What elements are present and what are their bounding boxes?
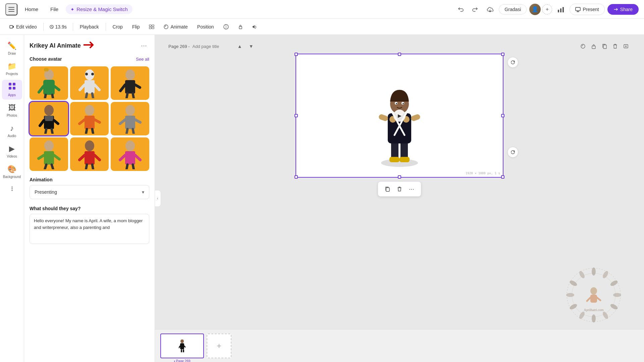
- svg-line-35: [95, 85, 99, 90]
- svg-point-63: [44, 140, 54, 151]
- svg-line-68: [52, 165, 53, 169]
- transparency-button[interactable]: [219, 22, 233, 32]
- svg-line-34: [80, 85, 85, 90]
- animate-label: Animate: [170, 24, 187, 29]
- avatar-card-5[interactable]: [70, 102, 109, 135]
- svg-line-36: [86, 94, 87, 98]
- avatar-card-6[interactable]: [111, 102, 149, 135]
- avatar-card-4[interactable]: [30, 102, 68, 135]
- svg-line-78: [135, 155, 140, 160]
- avatar-card-3[interactable]: [111, 66, 149, 100]
- element-bottom-toolbar: ⋯: [378, 182, 421, 196]
- animation-dropdown[interactable]: Presenting ▾: [30, 185, 149, 199]
- svg-point-117: [578, 311, 586, 320]
- gradasi-button[interactable]: Gradasi: [499, 4, 527, 14]
- krikey-ai-panel: Krikey AI Animate ⋯ Choose avatar See al…: [24, 35, 155, 362]
- collapse-panel-button[interactable]: ‹: [155, 190, 161, 207]
- flip-button[interactable]: Flip: [128, 22, 144, 32]
- add-user-button[interactable]: +: [542, 4, 552, 14]
- svg-rect-29: [44, 68, 49, 71]
- svg-text:Aprilhatri.com: Aprilhatri.com: [584, 308, 603, 312]
- edit-video-button[interactable]: Edit video: [5, 22, 41, 32]
- svg-line-25: [39, 86, 43, 92]
- svg-point-69: [85, 140, 94, 151]
- choose-avatar-label: Choose avatar: [30, 56, 62, 62]
- position-button[interactable]: Position: [193, 22, 218, 32]
- hamburger-menu-button[interactable]: [5, 3, 17, 15]
- element-delete-button[interactable]: [394, 184, 405, 194]
- svg-rect-2: [8, 11, 14, 12]
- svg-line-48: [54, 120, 58, 124]
- canvas-refresh-button-top[interactable]: [507, 57, 518, 68]
- svg-point-31: [85, 73, 88, 75]
- page-lock-button[interactable]: [589, 42, 598, 51]
- svg-rect-11: [149, 27, 151, 29]
- canvas-watermark: 644 × 362 px, 1 s: [466, 172, 500, 175]
- duration-button[interactable]: 13.9s: [46, 22, 70, 32]
- panel-more-button[interactable]: ⋯: [139, 40, 149, 51]
- home-nav-button[interactable]: Home: [20, 4, 43, 14]
- svg-line-71: [79, 155, 85, 160]
- svg-rect-46: [45, 116, 53, 121]
- file-nav-button[interactable]: File: [46, 4, 63, 14]
- layout-button[interactable]: [145, 22, 158, 31]
- avatar-card-2[interactable]: [70, 66, 109, 100]
- crop-button[interactable]: Crop: [109, 22, 127, 32]
- analytics-button[interactable]: [555, 3, 567, 15]
- play-button[interactable]: ▶: [393, 110, 406, 122]
- svg-line-62: [133, 129, 134, 134]
- sidebar-item-draw[interactable]: ✏️ Draw: [2, 39, 22, 58]
- avatar-card-9[interactable]: [111, 137, 149, 171]
- sidebar-item-photos[interactable]: 🖼 Photos: [2, 101, 22, 120]
- page-next-button[interactable]: ▼: [247, 42, 256, 51]
- present-button[interactable]: Present: [570, 4, 604, 15]
- svg-rect-18: [9, 87, 11, 89]
- element-copy-button[interactable]: [382, 184, 393, 194]
- page-animate-button[interactable]: [578, 42, 588, 51]
- add-page-button[interactable]: +: [207, 334, 231, 358]
- svg-rect-33: [85, 80, 95, 94]
- share-label: Share: [620, 7, 633, 12]
- sidebar-item-audio[interactable]: ♪ Audio: [2, 121, 22, 140]
- page-prev-button[interactable]: ▲: [235, 42, 244, 51]
- svg-line-47: [40, 120, 44, 126]
- svg-rect-10: [152, 25, 154, 26]
- projects-icon: 📁: [7, 62, 16, 71]
- canvas-refresh-button-bottom[interactable]: [507, 147, 518, 158]
- lock-button[interactable]: [234, 22, 247, 31]
- canvas-frame[interactable]: ▶ 644 × 362 px, 1 s: [296, 54, 503, 178]
- playback-button[interactable]: Playback: [76, 22, 103, 32]
- user-avatar[interactable]: 👤: [529, 4, 541, 15]
- redo-button[interactable]: [469, 3, 481, 15]
- svg-rect-70: [85, 151, 95, 165]
- page-title-input[interactable]: [193, 44, 233, 49]
- edit-toolbar: Edit video 13.9s Playback Crop Flip Anim…: [0, 19, 644, 35]
- resize-magic-button[interactable]: ✦ Resize & Magic Switch: [66, 4, 132, 14]
- page-add-button[interactable]: [621, 42, 631, 51]
- sidebar-item-apps[interactable]: Apps: [2, 80, 22, 100]
- sidebar-item-videos[interactable]: ▶ Videos: [2, 142, 22, 161]
- avatar-card-1[interactable]: [30, 66, 68, 100]
- svg-point-102: [180, 340, 184, 343]
- animate-button[interactable]: Animate: [160, 22, 192, 32]
- svg-point-75: [125, 140, 135, 151]
- volume-button[interactable]: [248, 22, 262, 31]
- page-copy-button[interactable]: [600, 42, 609, 51]
- svg-line-53: [79, 120, 85, 124]
- avatar-card-8[interactable]: [70, 137, 109, 171]
- undo-button[interactable]: [454, 3, 467, 15]
- sidebar-item-projects[interactable]: 📁 Projects: [2, 59, 22, 78]
- sidebar-item-background[interactable]: 🎨 Background: [2, 162, 22, 181]
- share-button[interactable]: Share: [607, 4, 639, 15]
- sidebar-item-more[interactable]: [2, 183, 22, 196]
- svg-point-44: [44, 105, 54, 116]
- say-textarea[interactable]: Hello everyone! My name is April. A wife…: [30, 214, 149, 244]
- playback-label: Playback: [80, 24, 99, 29]
- page-delete-button[interactable]: [610, 42, 620, 51]
- cloud-save-button[interactable]: [484, 3, 496, 15]
- avatar-card-7[interactable]: [30, 137, 68, 171]
- element-more-button[interactable]: ⋯: [406, 184, 417, 194]
- see-all-link[interactable]: See all: [136, 57, 149, 62]
- duration-label: 13.9s: [55, 24, 66, 29]
- page-thumbnail-current[interactable]: • Page 269: [160, 334, 204, 358]
